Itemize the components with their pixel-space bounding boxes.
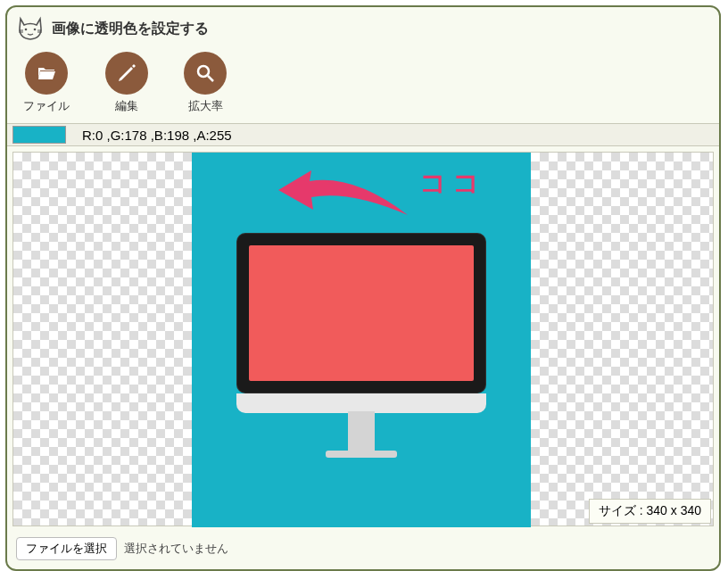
folder-open-icon[interactable] bbox=[25, 52, 68, 95]
canvas[interactable]: ココ サイズ : 340 x 340 bbox=[12, 152, 714, 526]
magnify-icon[interactable] bbox=[184, 52, 227, 95]
monitor-graphic bbox=[236, 233, 486, 411]
tool-edit-label: 編集 bbox=[115, 98, 138, 114]
svg-point-1 bbox=[34, 29, 37, 31]
arrow-icon bbox=[274, 165, 417, 219]
tool-zoom-label: 拡大率 bbox=[188, 98, 223, 114]
cat-icon bbox=[16, 14, 45, 43]
footer: ファイルを選択 選択されていません bbox=[7, 532, 719, 569]
title-bar: 画像に透明色を設定する bbox=[7, 7, 719, 46]
page-title: 画像に透明色を設定する bbox=[52, 20, 209, 38]
file-status-text: 選択されていません bbox=[124, 541, 228, 557]
image-preview: ココ bbox=[192, 153, 531, 527]
app-panel: 画像に透明色を設定する ファイル 編集 拡大率 R:0 ,G:178 ,B:19… bbox=[5, 5, 721, 571]
tool-file[interactable]: ファイル bbox=[23, 52, 70, 114]
annotation-text: ココ bbox=[419, 165, 485, 202]
file-select-button[interactable]: ファイルを選択 bbox=[16, 537, 117, 560]
toolbar: ファイル 編集 拡大率 bbox=[7, 46, 719, 123]
tool-zoom[interactable]: 拡大率 bbox=[184, 52, 227, 114]
size-badge: サイズ : 340 x 340 bbox=[589, 499, 711, 524]
svg-point-0 bbox=[25, 29, 28, 31]
tool-file-label: ファイル bbox=[23, 98, 70, 114]
color-info-row: R:0 ,G:178 ,B:198 ,A:255 bbox=[7, 123, 719, 146]
color-values: R:0 ,G:178 ,B:198 ,A:255 bbox=[82, 128, 232, 143]
svg-point-2 bbox=[198, 66, 209, 77]
pencil-icon[interactable] bbox=[105, 52, 148, 95]
tool-edit[interactable]: 編集 bbox=[105, 52, 148, 114]
color-swatch[interactable] bbox=[12, 126, 66, 144]
